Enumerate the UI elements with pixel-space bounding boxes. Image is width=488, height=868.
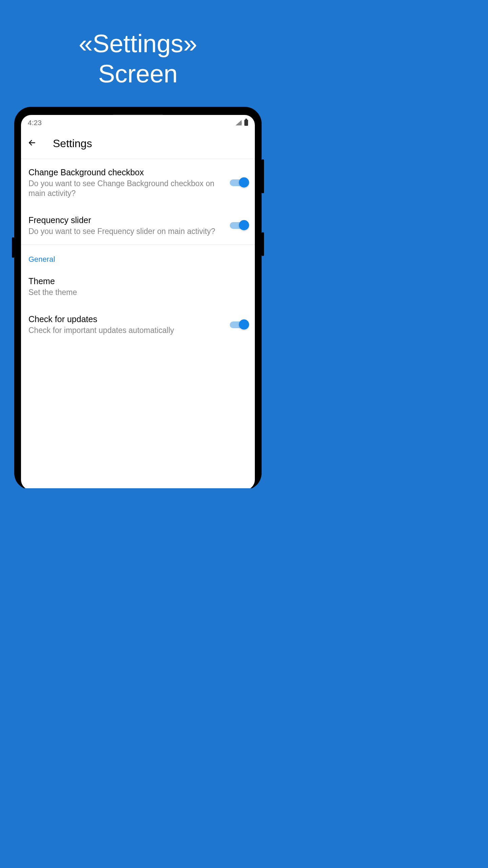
setting-subtitle: Do you want to see Change Background che…	[28, 179, 223, 198]
promo-line-2: Screen	[98, 60, 178, 88]
setting-subtitle: Do you want to see Frequency slider on m…	[28, 226, 223, 236]
setting-text: Change Background checkbox Do you want t…	[28, 167, 223, 198]
settings-list: Change Background checkbox Do you want t…	[21, 159, 255, 344]
phone-volume-button	[12, 237, 14, 258]
status-time: 4:23	[28, 119, 42, 127]
setting-title: Check for updates	[28, 314, 223, 324]
setting-title: Change Background checkbox	[28, 167, 223, 177]
signal-icon	[236, 120, 242, 125]
setting-title: Theme	[28, 276, 247, 286]
promo-title: «Settings» Screen	[0, 0, 276, 89]
phone-side-button	[262, 232, 264, 256]
promo-line-1: «Settings»	[79, 29, 197, 58]
setting-frequency-slider[interactable]: Frequency slider Do you want to see Freq…	[21, 207, 255, 245]
section-header-general: General	[21, 245, 255, 268]
battery-icon	[244, 120, 248, 126]
toggle-check-updates[interactable]	[230, 321, 247, 328]
status-icons	[236, 120, 248, 126]
toggle-frequency-slider[interactable]	[230, 222, 247, 229]
phone-power-button	[262, 159, 264, 193]
toggle-change-background[interactable]	[230, 179, 247, 186]
setting-title: Frequency slider	[28, 215, 223, 225]
setting-change-background[interactable]: Change Background checkbox Do you want t…	[21, 159, 255, 207]
app-bar: Settings	[21, 128, 255, 159]
phone-frame: 4:23 Settings Change Background checkbox…	[14, 107, 262, 488]
setting-subtitle: Set the theme	[28, 288, 247, 297]
status-bar: 4:23	[21, 115, 255, 128]
setting-text: Check for updates Check for important up…	[28, 314, 223, 335]
setting-text: Frequency slider Do you want to see Freq…	[28, 215, 223, 236]
setting-subtitle: Check for important updates automaticall…	[28, 326, 223, 335]
page-title: Settings	[53, 137, 92, 150]
setting-text: Theme Set the theme	[28, 276, 247, 297]
setting-check-updates[interactable]: Check for updates Check for important up…	[21, 306, 255, 344]
phone-screen: 4:23 Settings Change Background checkbox…	[21, 115, 255, 488]
back-arrow-icon[interactable]	[28, 138, 37, 149]
setting-theme[interactable]: Theme Set the theme	[21, 268, 255, 306]
